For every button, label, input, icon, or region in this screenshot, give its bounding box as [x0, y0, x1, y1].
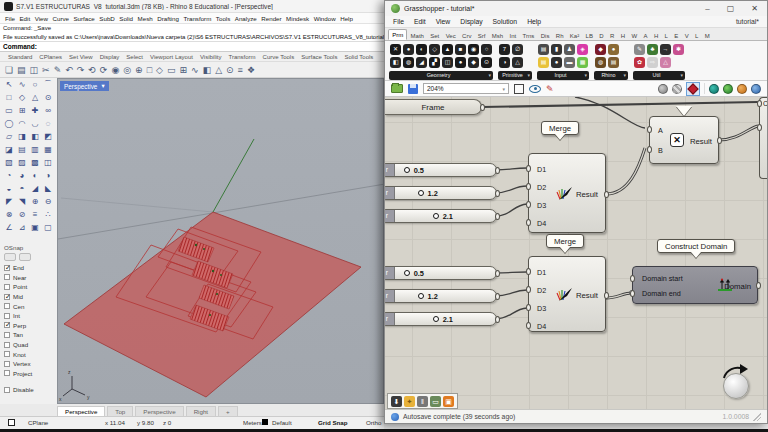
- number-slider[interactable]: r 2.1: [385, 312, 497, 326]
- tool-palette-icon[interactable]: ▥: [29, 143, 42, 156]
- component-icon[interactable]: 7: [499, 44, 510, 55]
- toolbar-tab[interactable]: Solid Tools: [344, 54, 373, 60]
- tool-palette-icon[interactable]: ◧: [29, 130, 42, 143]
- component-icon[interactable]: ●: [551, 57, 562, 68]
- gh-category-tab[interactable]: Crv: [459, 31, 475, 40]
- slider-knob[interactable]: [404, 270, 410, 276]
- component-icon[interactable]: ▲: [442, 44, 453, 55]
- toolbar-icon[interactable]: ◫: [30, 65, 39, 75]
- output-connector[interactable]: [604, 191, 609, 198]
- tool-palette-icon[interactable]: ▧: [3, 156, 16, 169]
- palette-group-label-input[interactable]: Input: [537, 71, 589, 80]
- gumball-icon[interactable]: [737, 84, 747, 94]
- number-slider[interactable]: r 0.5: [385, 163, 497, 177]
- gh-category-tab[interactable]: L: [692, 31, 702, 40]
- tool-palette-icon[interactable]: ▢: [42, 221, 55, 234]
- input-connector[interactable]: [526, 219, 531, 226]
- toolbar-icon[interactable]: ⊞: [180, 65, 188, 75]
- toolbar-icon[interactable]: □: [147, 65, 152, 75]
- component-icon[interactable]: ◆: [595, 44, 606, 55]
- toolbar-icon[interactable]: △: [215, 65, 222, 75]
- status-swatch-icon[interactable]: [8, 419, 15, 426]
- equalizer-icon[interactable]: ‖: [417, 396, 428, 407]
- toolbar-tab[interactable]: CPlanes: [39, 54, 62, 60]
- tool-palette-icon[interactable]: ▱: [3, 130, 16, 143]
- toolbar-icon[interactable]: ❏: [5, 65, 13, 75]
- red-surface[interactable]: [64, 212, 361, 397]
- tool-palette-icon[interactable]: ▭: [3, 104, 16, 117]
- rhino-menu-item[interactable]: Tools: [216, 15, 230, 22]
- preview-eye-icon[interactable]: [529, 85, 541, 93]
- component-icon[interactable]: ◍: [595, 57, 606, 68]
- output-connector[interactable]: [495, 190, 500, 197]
- gh-category-tab[interactable]: Prm: [388, 29, 407, 40]
- tool-palette-icon[interactable]: ◯: [3, 117, 16, 130]
- download-icon[interactable]: ⬇: [391, 396, 402, 407]
- output-connector[interactable]: [756, 282, 761, 289]
- rhino-menu-item[interactable]: Solid: [119, 15, 133, 22]
- tool-palette-icon[interactable]: ≡: [29, 208, 42, 221]
- toolbar-tab[interactable]: Viewport Layout: [150, 54, 193, 60]
- component-icon[interactable]: ▬: [564, 57, 575, 68]
- rhino-menu-item[interactable]: Drafting: [157, 15, 179, 22]
- merge1-node[interactable]: D1 D2 D3: [528, 153, 606, 233]
- viewport-tab[interactable]: +: [218, 406, 238, 416]
- tool-palette-icon[interactable]: ∠: [3, 221, 16, 234]
- tool-palette-icon[interactable]: ⊗: [3, 208, 16, 221]
- osnap-checkbox[interactable]: [4, 303, 10, 309]
- clipped-edge-node[interactable]: C: [759, 97, 767, 179]
- input-connector[interactable]: [647, 126, 652, 133]
- number-slider[interactable]: r 0.5: [385, 266, 497, 280]
- rhino-command-prompt[interactable]: Command:: [0, 42, 384, 52]
- tool-palette-icon[interactable]: ✚: [29, 104, 42, 117]
- osnap-checkbox[interactable]: [4, 387, 10, 393]
- toolbar-icon[interactable]: ↶: [65, 65, 73, 75]
- tool-palette-icon[interactable]: ⊿: [16, 221, 29, 234]
- status-layer[interactable]: Default: [272, 419, 292, 426]
- osnap-checkbox[interactable]: [4, 313, 10, 319]
- tool-palette-icon[interactable]: ▣: [29, 221, 42, 234]
- component-icon[interactable]: ♟: [564, 44, 575, 55]
- tool-palette-icon[interactable]: ◌: [42, 117, 55, 130]
- component-icon[interactable]: ◍: [403, 57, 414, 68]
- component-icon[interactable]: ✎: [634, 44, 645, 55]
- palette-group-label-geometry[interactable]: Geometry: [389, 71, 493, 80]
- gh-category-tab[interactable]: H: [651, 31, 662, 40]
- viewport-tab[interactable]: Top: [107, 406, 133, 416]
- slider-knob[interactable]: [418, 293, 424, 299]
- input-connector[interactable]: [526, 286, 531, 293]
- gh-category-tab[interactable]: W: [628, 31, 640, 40]
- component-icon[interactable]: →: [660, 44, 671, 55]
- component-icon[interactable]: ●: [455, 57, 466, 68]
- osnap-item[interactable]: Perp: [0, 321, 57, 331]
- tool-palette-icon[interactable]: ↖: [3, 78, 16, 91]
- preview-shaded-icon[interactable]: [709, 84, 719, 94]
- sketch-pen-icon[interactable]: ✎: [546, 84, 554, 94]
- rhino-menu-item[interactable]: Curve: [52, 15, 69, 22]
- tool-palette-icon[interactable]: ⊖: [42, 195, 55, 208]
- toolbar-icon[interactable]: ❖: [247, 65, 255, 75]
- osnap-checkbox[interactable]: [4, 274, 10, 280]
- gh-menu-item[interactable]: Solution: [493, 18, 518, 25]
- tool-palette-icon[interactable]: ⊞: [16, 104, 29, 117]
- gh-menu-item[interactable]: View: [436, 18, 451, 25]
- tool-palette-icon[interactable]: ◓: [16, 182, 29, 195]
- component-icon[interactable]: ▮: [551, 44, 562, 55]
- osnap-item[interactable]: Vertex: [0, 359, 57, 369]
- component-icon[interactable]: ⊙: [481, 57, 492, 68]
- input-connector[interactable]: [647, 146, 652, 153]
- output-connector[interactable]: [495, 293, 500, 300]
- osnap-item[interactable]: Tan: [0, 330, 57, 340]
- rhino-menu-item[interactable]: SubD: [99, 15, 114, 22]
- tool-palette-icon[interactable]: ⊕: [29, 195, 42, 208]
- component-icon[interactable]: ◉: [468, 44, 479, 55]
- rhino-menu-item[interactable]: Render: [261, 15, 281, 22]
- gh-menu-item[interactable]: Edit: [414, 18, 426, 25]
- rhino-menu-item[interactable]: Surface: [73, 15, 94, 22]
- palette-group-label-util[interactable]: Util: [633, 71, 685, 80]
- input-connector[interactable]: [526, 322, 531, 329]
- input-connector[interactable]: [526, 268, 531, 275]
- tool-palette-icon[interactable]: ◐: [29, 169, 42, 182]
- component-icon[interactable]: ▦: [577, 57, 588, 68]
- close-button[interactable]: ✕: [751, 4, 758, 13]
